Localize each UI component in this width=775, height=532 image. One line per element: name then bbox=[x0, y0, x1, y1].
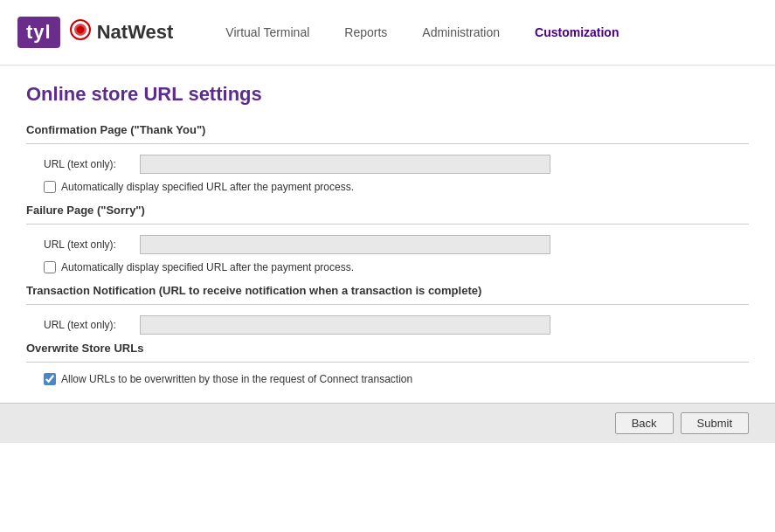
overwrite-checkbox-label: Allow URLs to be overwritten by those in… bbox=[61, 373, 412, 385]
header: tyl NatWest Virtual Terminal Reports Adm… bbox=[0, 0, 775, 66]
section-overwrite: Overwrite Store URLs Allow URLs to be ov… bbox=[26, 342, 749, 385]
section-failure: Failure Page ("Sorry") URL (text only): … bbox=[26, 204, 749, 273]
divider-transaction bbox=[26, 304, 749, 305]
failure-checkbox-row: Automatically display specified URL afte… bbox=[26, 261, 749, 273]
confirmation-checkbox-label: Automatically display specified URL afte… bbox=[61, 181, 354, 193]
failure-url-input[interactable] bbox=[140, 235, 550, 254]
transaction-url-row: URL (text only): bbox=[26, 315, 749, 335]
overwrite-checkbox-row: Allow URLs to be overwritten by those in… bbox=[26, 373, 749, 385]
nav-reports[interactable]: Reports bbox=[327, 0, 405, 66]
nav-administration[interactable]: Administration bbox=[405, 0, 517, 66]
submit-button[interactable]: Submit bbox=[681, 412, 749, 434]
tyl-logo: tyl bbox=[17, 17, 60, 48]
back-button[interactable]: Back bbox=[615, 412, 674, 434]
section-confirmation-title: Confirmation Page ("Thank You") bbox=[26, 123, 749, 136]
confirmation-url-input[interactable] bbox=[140, 155, 550, 174]
natwest-swirl-icon bbox=[69, 18, 92, 46]
section-overwrite-title: Overwrite Store URLs bbox=[26, 342, 749, 355]
overwrite-checkbox[interactable] bbox=[44, 373, 56, 385]
confirmation-checkbox-row: Automatically display specified URL afte… bbox=[26, 181, 749, 193]
transaction-url-input[interactable] bbox=[140, 315, 550, 335]
failure-checkbox-label: Automatically display specified URL afte… bbox=[61, 261, 354, 273]
confirmation-checkbox[interactable] bbox=[44, 181, 56, 193]
natwest-svg-icon bbox=[69, 18, 92, 41]
confirmation-url-row: URL (text only): bbox=[26, 155, 749, 174]
section-confirmation: Confirmation Page ("Thank You") URL (tex… bbox=[26, 123, 749, 193]
nav-customization[interactable]: Customization bbox=[517, 0, 636, 66]
divider-confirmation bbox=[26, 143, 749, 144]
footer-bar: Back Submit bbox=[0, 403, 775, 443]
nav-virtual-terminal[interactable]: Virtual Terminal bbox=[208, 0, 327, 66]
section-transaction-title: Transaction Notification (URL to receive… bbox=[26, 284, 749, 297]
page-title: Online store URL settings bbox=[26, 83, 749, 106]
main-content: Online store URL settings Confirmation P… bbox=[0, 66, 775, 385]
divider-failure bbox=[26, 224, 749, 225]
transaction-url-label: URL (text only): bbox=[44, 319, 140, 331]
main-nav: Virtual Terminal Reports Administration … bbox=[208, 0, 758, 66]
failure-url-row: URL (text only): bbox=[26, 235, 749, 254]
confirmation-url-label: URL (text only): bbox=[44, 158, 140, 170]
divider-overwrite bbox=[26, 362, 749, 363]
failure-url-label: URL (text only): bbox=[44, 238, 140, 251]
failure-checkbox[interactable] bbox=[44, 261, 56, 273]
natwest-text: NatWest bbox=[97, 21, 174, 44]
section-transaction: Transaction Notification (URL to receive… bbox=[26, 284, 749, 335]
natwest-logo: NatWest bbox=[69, 18, 174, 46]
section-failure-title: Failure Page ("Sorry") bbox=[26, 204, 749, 217]
